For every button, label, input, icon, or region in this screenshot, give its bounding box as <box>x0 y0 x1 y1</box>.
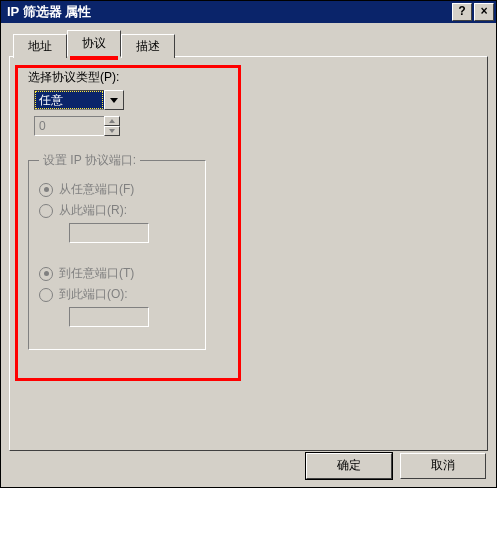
tab-label: 描述 <box>136 39 160 53</box>
to-this-port-radio: 到此端口(O): <box>39 286 195 303</box>
from-port-input <box>69 223 149 243</box>
chevron-down-icon[interactable] <box>104 90 124 110</box>
protocol-type-combo[interactable]: 任意 <box>34 90 124 110</box>
protocol-number-spinner: 0 <box>34 116 120 136</box>
dialog-window: IP 筛选器 属性 ? × 地址 协议 描述 选择协议类型(P): 任意 <box>0 0 497 488</box>
spinner-down-icon <box>104 126 120 136</box>
radio-icon <box>39 183 53 197</box>
help-button[interactable]: ? <box>452 3 472 21</box>
window-controls: ? × <box>452 3 494 21</box>
radio-icon <box>39 288 53 302</box>
to-any-port-radio: 到任意端口(T) <box>39 265 195 282</box>
from-any-port-radio: 从任意端口(F) <box>39 181 195 198</box>
radio-label: 从此端口(R): <box>59 202 127 219</box>
radio-label: 到此端口(O): <box>59 286 128 303</box>
protocol-type-value: 任意 <box>34 90 104 110</box>
titlebar: IP 筛选器 属性 ? × <box>1 1 496 23</box>
tab-protocol[interactable]: 协议 <box>67 30 121 57</box>
radio-icon <box>39 204 53 218</box>
window-title: IP 筛选器 属性 <box>7 3 91 21</box>
radio-icon <box>39 267 53 281</box>
ok-button[interactable]: 确定 <box>306 453 392 479</box>
port-group-legend: 设置 IP 协议端口: <box>39 152 140 169</box>
tab-label: 地址 <box>28 39 52 53</box>
tab-description[interactable]: 描述 <box>121 34 175 58</box>
tab-address[interactable]: 地址 <box>13 34 67 58</box>
tab-strip: 地址 协议 描述 <box>13 29 488 56</box>
to-port-input <box>69 307 149 327</box>
close-button[interactable]: × <box>474 3 494 21</box>
protocol-number-value: 0 <box>34 116 104 136</box>
protocol-tabpanel: 选择协议类型(P): 任意 0 设置 IP 协议端口: 从任意端口(F) <box>9 56 488 451</box>
tab-label: 协议 <box>82 36 106 50</box>
cancel-button[interactable]: 取消 <box>400 453 486 479</box>
port-settings-group: 设置 IP 协议端口: 从任意端口(F) 从此端口(R): 到任意端口(T) <box>28 152 206 350</box>
client-area: 地址 协议 描述 选择协议类型(P): 任意 0 <box>1 23 496 447</box>
radio-label: 到任意端口(T) <box>59 265 134 282</box>
highlight-underline <box>70 56 118 60</box>
from-this-port-radio: 从此端口(R): <box>39 202 195 219</box>
button-bar: 确定 取消 <box>306 453 486 479</box>
radio-label: 从任意端口(F) <box>59 181 134 198</box>
protocol-type-label: 选择协议类型(P): <box>28 69 477 86</box>
spinner-up-icon <box>104 116 120 126</box>
